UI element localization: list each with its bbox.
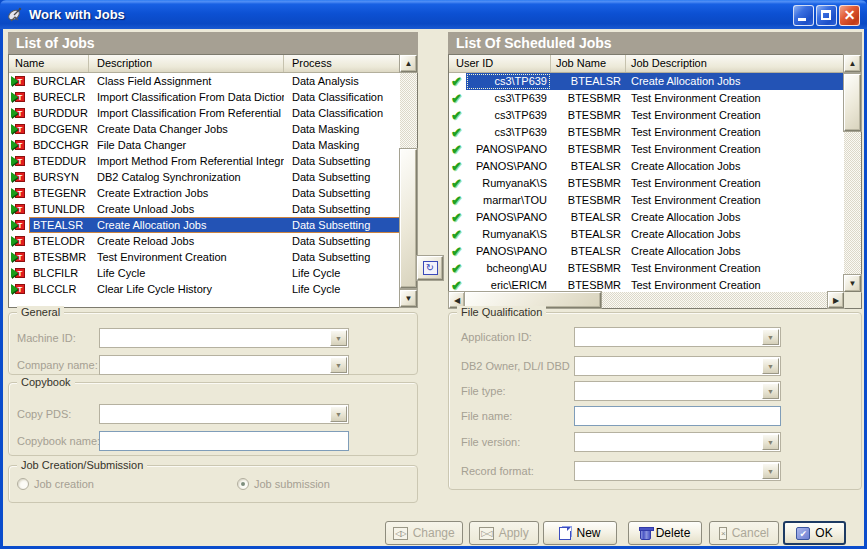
job-creation-radio[interactable]: Job creation	[17, 478, 94, 490]
scheduled-job-row-icons: ✔	[449, 209, 466, 226]
radio-icon[interactable]	[237, 478, 249, 490]
chevron-down-icon[interactable]: ▼	[330, 330, 347, 346]
scroll-up-icon[interactable]: ▲	[844, 55, 861, 72]
job-row[interactable]: TBLCCLRClear Life Cycle HistoryLife Cycl…	[9, 281, 400, 297]
job-row[interactable]: TBURDDURImport Classification From Refer…	[9, 105, 400, 121]
copy-pds-combobox[interactable]: ▼	[99, 404, 349, 424]
job-row-cells: BTEALSRCreate Allocation JobsData Subset…	[29, 217, 400, 233]
scroll-down-icon[interactable]: ▼	[400, 290, 417, 307]
scroll-right-icon[interactable]: ▶	[828, 292, 844, 308]
job-row[interactable]: TBLCFILRLife CycleLife Cycle	[9, 265, 400, 281]
user-id-cell: eric\ERICM	[466, 277, 551, 292]
scheduled-job-row[interactable]: ✔PANOS\PANOBTESBMRTest Environment Creat…	[449, 141, 844, 158]
scheduled-job-row[interactable]: ✔cs3\TP639BTEALSRCreate Allocation Jobs	[449, 73, 844, 90]
scheduled-job-row[interactable]: ✔cs3\TP639BTESBMRTest Environment Creati…	[449, 90, 844, 107]
delete-button[interactable]: Delete	[628, 521, 702, 545]
titlebar[interactable]: Work with Jobs ✕	[0, 0, 867, 29]
chevron-down-icon[interactable]: ▼	[330, 357, 347, 373]
column-header-user-id[interactable]: User ID	[449, 55, 551, 72]
job-row-icons: T	[9, 121, 29, 137]
job-process-cell: Data Subsetting	[284, 185, 400, 201]
scheduled-job-row[interactable]: ✔cs3\TP639BTESBMRTest Environment Creati…	[449, 124, 844, 141]
chevron-down-icon[interactable]: ▼	[762, 358, 779, 374]
job-row[interactable]: TBTUNLDRCreate Unload JobsData Subsettin…	[9, 201, 400, 217]
new-button[interactable]: New	[543, 521, 617, 545]
file-qualification-group: File Qualification Application ID:▼DB2 O…	[448, 312, 862, 490]
job-row[interactable]: TBDCCHGRFile Data ChangerData Masking	[9, 137, 400, 153]
chevron-down-icon[interactable]: ▼	[762, 329, 779, 345]
job-name-cell: BTESBMR	[29, 249, 89, 265]
company-name-label: Company name:	[17, 359, 98, 371]
green-check-icon: ✔	[451, 209, 462, 226]
file-type-combobox[interactable]: ▼	[574, 381, 781, 401]
green-arrow-icon	[11, 188, 18, 198]
column-header-job-name[interactable]: Job Name	[551, 55, 626, 72]
scheduled-job-row-icons: ✔	[449, 124, 466, 141]
job-row[interactable]: TBTEALSRCreate Allocation JobsData Subse…	[9, 217, 400, 233]
scheduled-job-row[interactable]: ✔eric\ERICMBTESBMRTest Environment Creat…	[449, 277, 844, 292]
apply-button: ▷◁Apply	[469, 521, 539, 545]
application-id-combobox[interactable]: ▼	[574, 327, 781, 347]
sync-jobs-button[interactable]: ↻	[417, 256, 443, 280]
close-button[interactable]: ✕	[839, 5, 860, 26]
job-row[interactable]: TBURECLRImport Classification From Data …	[9, 89, 400, 105]
db2-owner-dl-i-dbd-combobox[interactable]: ▼	[574, 356, 781, 376]
scroll-down-icon[interactable]: ▼	[844, 275, 861, 292]
job-row[interactable]: TBURSYNDB2 Catalog SynchronizationData S…	[9, 169, 400, 185]
scrollbar-thumb[interactable]	[400, 149, 417, 288]
job-description-cell: Test Environment Creation	[626, 277, 844, 292]
job-row[interactable]: TBTESBMRTest Environment CreationData Su…	[9, 249, 400, 265]
scheduled-job-row-icons: ✔	[449, 243, 466, 260]
maximize-button[interactable]	[816, 5, 837, 26]
scheduled-job-row[interactable]: ✔PANOS\PANOBTEALSRCreate Allocation Jobs	[449, 158, 844, 175]
scheduled-job-row[interactable]: ✔cs3\TP639BTESBMRTest Environment Creati…	[449, 107, 844, 124]
job-description-cell: DB2 Catalog Synchronization	[89, 169, 284, 185]
maximize-icon	[821, 10, 831, 20]
scrollbar-thumb[interactable]	[844, 74, 861, 131]
scheduled-job-row[interactable]: ✔PANOS\PANOBTEALSRCreate Allocation Jobs	[449, 243, 844, 260]
scheduled-job-row[interactable]: ✔bcheong\AUBTESBMRTest Environment Creat…	[449, 260, 844, 277]
green-check-icon: ✔	[451, 243, 462, 260]
job-row[interactable]: TBTELODRCreate Reload JobsData Subsettin…	[9, 233, 400, 249]
job-row[interactable]: TBDCGENRCreate Data Changer JobsData Mas…	[9, 121, 400, 137]
radio-icon[interactable]	[17, 478, 29, 490]
job-row[interactable]: TBTEDDURImport Method From Referential I…	[9, 153, 400, 169]
job-row[interactable]: TBTEGENRCreate Extraction JobsData Subse…	[9, 185, 400, 201]
scheduled-job-row[interactable]: ✔marmar\TOUBTESBMRTest Environment Creat…	[449, 192, 844, 209]
minimize-button[interactable]	[793, 5, 814, 26]
close-icon: ✕	[840, 6, 859, 25]
copybook-name-field-wrap	[99, 431, 349, 451]
job-name-cell: BTESBMR	[551, 192, 626, 209]
job-description-cell: Test Environment Creation	[626, 90, 844, 107]
file-version-combobox[interactable]: ▼	[574, 432, 781, 452]
record-format-combobox[interactable]: ▼	[574, 461, 781, 481]
chevron-down-icon[interactable]: ▼	[330, 406, 347, 422]
scheduled-job-row[interactable]: ✔RumyanaK\SBTESBMRTest Environment Creat…	[449, 175, 844, 192]
job-row[interactable]: TBURCLARClass Field AssignmentData Analy…	[9, 73, 400, 89]
job-process-cell: Data Subsetting	[284, 201, 400, 217]
copybook-name-input[interactable]	[100, 433, 348, 451]
company-name-combobox[interactable]: ▼	[99, 355, 349, 375]
file-name-input[interactable]	[575, 408, 780, 426]
jobs-list-vscrollbar[interactable]: ▲ ▼	[400, 55, 417, 307]
job-row-cells: BURDDURImport Classification From Refere…	[29, 105, 400, 121]
column-header-job-description[interactable]: Job Description	[626, 55, 844, 72]
job-submission-radio[interactable]: Job submission	[237, 478, 330, 490]
application-id-label: Application ID:	[461, 331, 532, 343]
column-header-process[interactable]: Process	[284, 55, 400, 72]
ok-button[interactable]: ✔OK	[783, 521, 846, 545]
scheduled-jobs-vscrollbar[interactable]: ▲ ▼	[844, 55, 861, 292]
record-format-label: Record format:	[461, 465, 534, 477]
scheduled-job-row[interactable]: ✔PANOS\PANOBTEALSRCreate Allocation Jobs	[449, 209, 844, 226]
scheduled-job-row-icons: ✔	[449, 260, 466, 277]
chevron-down-icon[interactable]: ▼	[762, 383, 779, 399]
column-header-name[interactable]: Name	[9, 55, 89, 72]
column-header-description[interactable]: Description	[89, 55, 284, 72]
chevron-down-icon[interactable]: ▼	[762, 434, 779, 450]
job-description-cell: Create Data Changer Jobs	[89, 121, 284, 137]
scheduled-job-row[interactable]: ✔RumyanaK\SBTEALSRCreate Allocation Jobs	[449, 226, 844, 243]
scroll-up-icon[interactable]: ▲	[400, 55, 417, 72]
green-arrow-icon	[11, 92, 18, 102]
machine-id-combobox[interactable]: ▼	[99, 328, 349, 348]
chevron-down-icon[interactable]: ▼	[762, 463, 779, 479]
